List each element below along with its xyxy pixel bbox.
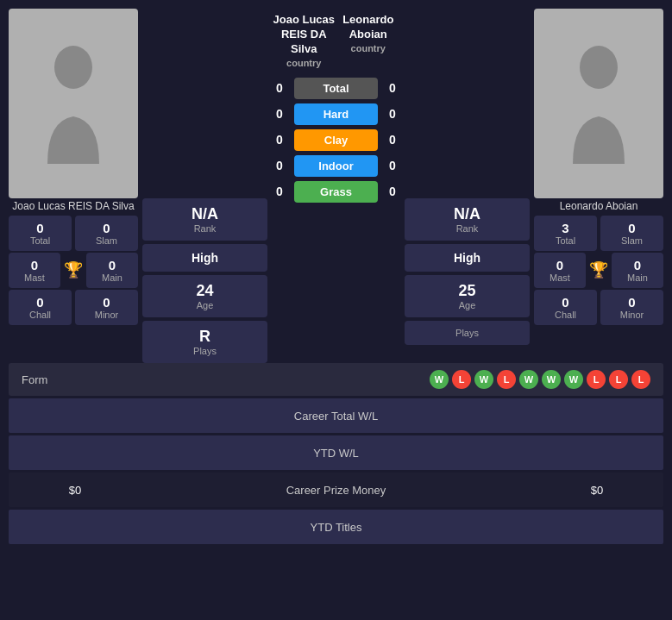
form-badge-9: L [631,370,650,389]
left-age-block: 24 Age [142,275,267,317]
form-row: Form WLWLWWWLLL [9,363,663,396]
indoor-score-right: 0 [385,159,400,172]
ytd-wl-label: YTD W/L [131,447,541,460]
right-rank-label: Rank [415,223,519,234]
right-total-block: 3 Total [534,216,597,251]
left-name-text: Joao Lucas REIS DA Silva [272,13,336,57]
form-badge-1: L [452,370,471,389]
right-mast-block: 0 Mast [534,253,586,288]
left-silhouette-icon [39,43,108,164]
clay-score-row: 0 Clay 0 [272,129,400,151]
left-rank-value: N/A [153,205,257,223]
form-badge-3: L [497,370,516,389]
right-high-block: High [405,244,530,272]
left-rank-block: N/A Rank [142,198,267,241]
right-minor-block: 0 Minor [600,290,663,325]
right-mast-value: 0 [541,258,579,272]
left-plays-label: Plays [153,346,257,356]
career-prize-right: $0 [541,484,653,497]
form-badge-7: L [587,370,606,389]
left-name-center: Joao Lucas REIS DA Silva country [272,13,336,69]
right-total-value: 3 [541,221,590,235]
left-trophy-icon: 🏆 [64,260,83,279]
score-rows: 0 Total 0 0 Hard 0 0 Clay 0 0 [272,73,400,207]
grass-score-row: 0 Grass 0 [272,181,400,203]
left-player-photo [9,9,138,198]
form-badge-0: W [430,370,449,389]
svg-point-1 [580,46,618,89]
left-high-value: High [153,251,257,265]
right-age-block: 25 Age [405,275,530,317]
left-player-photo-area: Joao Lucas REIS DA Silva 0 Total 0 Slam … [9,9,138,325]
indoor-score-btn: Indoor [294,155,378,177]
form-label: Form [22,373,47,386]
right-player-photo-area: Leonardo Aboian 3 Total 0 Slam 0 Mast [534,9,663,325]
left-player-name: Joao Lucas REIS DA Silva [12,200,134,212]
career-prize-row: $0 Career Prize Money $0 [9,473,663,507]
svg-point-0 [54,46,92,89]
left-player-label: Joao Lucas REIS DA Silva [9,200,138,214]
form-badge-6: W [564,370,583,389]
left-total-value: 0 [16,221,65,235]
right-slam-block: 0 Slam [600,216,663,251]
total-score-right: 0 [385,81,400,95]
form-badges: WLWLWWWLLL [430,370,650,389]
right-main-value: 0 [619,258,656,272]
left-slam-label: Slam [82,235,131,246]
right-mast-label: Mast [541,272,579,283]
ytd-titles-row: YTD Titles [9,510,663,544]
left-plays-block: R Plays [142,321,267,363]
indoor-score-left: 0 [272,159,287,172]
right-age-label: Age [415,300,519,310]
career-prize-left: $0 [19,484,131,497]
hard-score-row: 0 Hard 0 [272,103,400,125]
clay-score-right: 0 [385,133,400,147]
left-age-label: Age [153,300,257,310]
right-name-text: Leonardo Aboian [336,13,401,42]
ytd-titles-label: YTD Titles [131,521,541,534]
left-mast-value: 0 [16,258,53,272]
left-chall-value: 0 [16,295,65,310]
form-badge-4: W [519,370,538,389]
right-player-photo [534,9,663,198]
left-slam-value: 0 [82,221,131,235]
ytd-wl-row: YTD W/L [9,435,663,470]
right-plays-label: Plays [415,328,519,338]
career-total-label: Career Total W/L [131,410,541,423]
left-main-block: 0 Main [86,253,138,288]
left-main-label: Main [93,272,131,283]
total-score-row: 0 Total 0 [272,78,400,99]
form-badge-8: L [609,370,628,389]
indoor-score-row: 0 Indoor 0 [272,155,400,177]
right-chall-label: Chall [541,310,590,320]
left-chall-block: 0 Chall [9,290,72,325]
right-main-block: 0 Main [612,253,663,288]
right-high-value: High [415,251,519,265]
right-silhouette-icon [564,43,633,164]
right-slam-label: Slam [607,235,656,246]
left-slam-block: 0 Slam [75,216,138,251]
left-minor-block: 0 Minor [75,290,138,325]
clay-score-left: 0 [272,133,287,147]
grass-score-left: 0 [272,185,287,198]
right-rank-value: N/A [415,205,519,223]
grass-score-right: 0 [385,185,400,198]
total-score-btn: Total [294,78,378,99]
right-player-name: Leonardo Aboian [560,200,638,212]
left-high-block: High [142,244,267,272]
left-mast-block: 0 Mast [9,253,60,288]
left-age-value: 24 [153,282,257,300]
left-total-label: Total [16,235,65,246]
names-row: Joao Lucas REIS DA Silva country Leonard… [272,9,400,73]
left-chall-label: Chall [16,310,65,320]
left-stats-panel: N/A Rank High 24 Age R Plays [142,9,267,363]
right-trophy-icon: 🏆 [589,260,608,279]
right-slam-value: 0 [607,221,656,235]
total-score-left: 0 [272,81,287,95]
left-plays-value: R [153,328,257,346]
form-badge-2: W [474,370,493,389]
clay-score-btn: Clay [294,129,378,151]
grass-score-btn: Grass [294,181,378,203]
right-chall-value: 0 [541,295,590,310]
right-minor-label: Minor [607,310,656,320]
